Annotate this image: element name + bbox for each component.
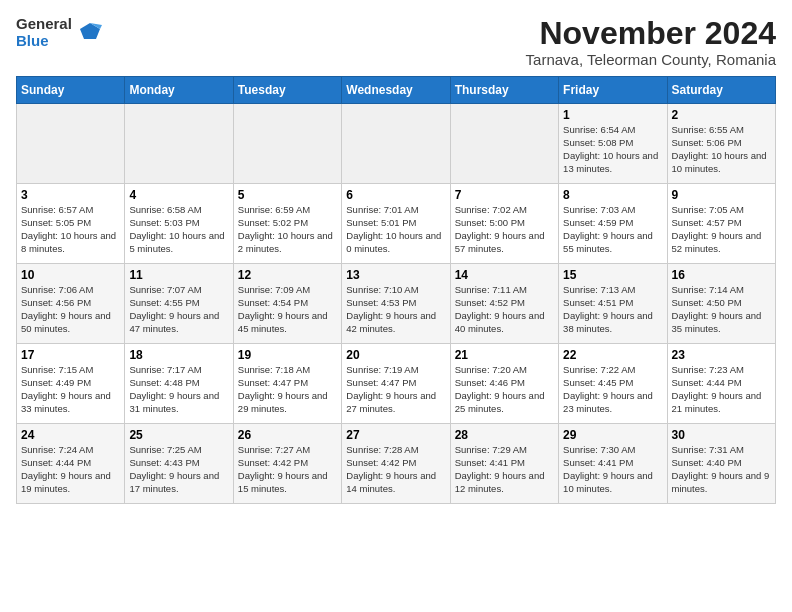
logo-text: General Blue xyxy=(16,16,72,49)
day-cell: 2Sunrise: 6:55 AMSunset: 5:06 PMDaylight… xyxy=(667,104,775,184)
day-info: Sunrise: 6:54 AMSunset: 5:08 PMDaylight:… xyxy=(563,124,662,175)
day-info: Sunrise: 7:03 AMSunset: 4:59 PMDaylight:… xyxy=(563,204,662,255)
logo-general: General xyxy=(16,16,72,33)
day-number: 18 xyxy=(129,348,228,362)
day-number: 3 xyxy=(21,188,120,202)
day-info: Sunrise: 7:13 AMSunset: 4:51 PMDaylight:… xyxy=(563,284,662,335)
day-cell: 26Sunrise: 7:27 AMSunset: 4:42 PMDayligh… xyxy=(233,424,341,504)
day-cell: 4Sunrise: 6:58 AMSunset: 5:03 PMDaylight… xyxy=(125,184,233,264)
week-row-4: 17Sunrise: 7:15 AMSunset: 4:49 PMDayligh… xyxy=(17,344,776,424)
header-row: SundayMondayTuesdayWednesdayThursdayFrid… xyxy=(17,77,776,104)
day-info: Sunrise: 7:28 AMSunset: 4:42 PMDaylight:… xyxy=(346,444,445,495)
logo-icon xyxy=(76,19,104,47)
week-row-2: 3Sunrise: 6:57 AMSunset: 5:05 PMDaylight… xyxy=(17,184,776,264)
day-cell: 5Sunrise: 6:59 AMSunset: 5:02 PMDaylight… xyxy=(233,184,341,264)
col-header-wednesday: Wednesday xyxy=(342,77,450,104)
day-info: Sunrise: 7:18 AMSunset: 4:47 PMDaylight:… xyxy=(238,364,337,415)
day-info: Sunrise: 7:23 AMSunset: 4:44 PMDaylight:… xyxy=(672,364,771,415)
day-cell: 13Sunrise: 7:10 AMSunset: 4:53 PMDayligh… xyxy=(342,264,450,344)
day-number: 16 xyxy=(672,268,771,282)
day-info: Sunrise: 7:14 AMSunset: 4:50 PMDaylight:… xyxy=(672,284,771,335)
week-row-3: 10Sunrise: 7:06 AMSunset: 4:56 PMDayligh… xyxy=(17,264,776,344)
week-row-1: 1Sunrise: 6:54 AMSunset: 5:08 PMDaylight… xyxy=(17,104,776,184)
day-number: 14 xyxy=(455,268,554,282)
day-number: 5 xyxy=(238,188,337,202)
day-number: 15 xyxy=(563,268,662,282)
day-info: Sunrise: 7:31 AMSunset: 4:40 PMDaylight:… xyxy=(672,444,771,495)
day-number: 9 xyxy=(672,188,771,202)
day-cell: 6Sunrise: 7:01 AMSunset: 5:01 PMDaylight… xyxy=(342,184,450,264)
day-cell: 8Sunrise: 7:03 AMSunset: 4:59 PMDaylight… xyxy=(559,184,667,264)
day-info: Sunrise: 7:15 AMSunset: 4:49 PMDaylight:… xyxy=(21,364,120,415)
day-number: 26 xyxy=(238,428,337,442)
day-number: 4 xyxy=(129,188,228,202)
day-cell: 28Sunrise: 7:29 AMSunset: 4:41 PMDayligh… xyxy=(450,424,558,504)
day-info: Sunrise: 7:10 AMSunset: 4:53 PMDaylight:… xyxy=(346,284,445,335)
day-number: 20 xyxy=(346,348,445,362)
logo-blue: Blue xyxy=(16,33,72,50)
day-cell: 17Sunrise: 7:15 AMSunset: 4:49 PMDayligh… xyxy=(17,344,125,424)
day-cell: 24Sunrise: 7:24 AMSunset: 4:44 PMDayligh… xyxy=(17,424,125,504)
day-cell: 3Sunrise: 6:57 AMSunset: 5:05 PMDaylight… xyxy=(17,184,125,264)
day-info: Sunrise: 7:24 AMSunset: 4:44 PMDaylight:… xyxy=(21,444,120,495)
day-cell: 1Sunrise: 6:54 AMSunset: 5:08 PMDaylight… xyxy=(559,104,667,184)
day-cell: 15Sunrise: 7:13 AMSunset: 4:51 PMDayligh… xyxy=(559,264,667,344)
day-cell: 21Sunrise: 7:20 AMSunset: 4:46 PMDayligh… xyxy=(450,344,558,424)
week-row-5: 24Sunrise: 7:24 AMSunset: 4:44 PMDayligh… xyxy=(17,424,776,504)
day-number: 23 xyxy=(672,348,771,362)
day-number: 21 xyxy=(455,348,554,362)
day-number: 28 xyxy=(455,428,554,442)
day-info: Sunrise: 7:25 AMSunset: 4:43 PMDaylight:… xyxy=(129,444,228,495)
day-info: Sunrise: 7:17 AMSunset: 4:48 PMDaylight:… xyxy=(129,364,228,415)
day-number: 27 xyxy=(346,428,445,442)
day-info: Sunrise: 6:57 AMSunset: 5:05 PMDaylight:… xyxy=(21,204,120,255)
day-cell xyxy=(125,104,233,184)
logo: General Blue xyxy=(16,16,104,49)
col-header-thursday: Thursday xyxy=(450,77,558,104)
day-number: 8 xyxy=(563,188,662,202)
day-cell: 11Sunrise: 7:07 AMSunset: 4:55 PMDayligh… xyxy=(125,264,233,344)
title-block: November 2024 Tarnava, Teleorman County,… xyxy=(526,16,776,68)
day-cell: 29Sunrise: 7:30 AMSunset: 4:41 PMDayligh… xyxy=(559,424,667,504)
day-number: 24 xyxy=(21,428,120,442)
calendar-table: SundayMondayTuesdayWednesdayThursdayFrid… xyxy=(16,76,776,504)
day-info: Sunrise: 7:27 AMSunset: 4:42 PMDaylight:… xyxy=(238,444,337,495)
day-number: 2 xyxy=(672,108,771,122)
month-title: November 2024 xyxy=(526,16,776,51)
day-number: 25 xyxy=(129,428,228,442)
day-cell: 27Sunrise: 7:28 AMSunset: 4:42 PMDayligh… xyxy=(342,424,450,504)
col-header-saturday: Saturday xyxy=(667,77,775,104)
day-info: Sunrise: 6:55 AMSunset: 5:06 PMDaylight:… xyxy=(672,124,771,175)
day-cell: 22Sunrise: 7:22 AMSunset: 4:45 PMDayligh… xyxy=(559,344,667,424)
day-info: Sunrise: 7:11 AMSunset: 4:52 PMDaylight:… xyxy=(455,284,554,335)
day-info: Sunrise: 6:59 AMSunset: 5:02 PMDaylight:… xyxy=(238,204,337,255)
day-cell: 20Sunrise: 7:19 AMSunset: 4:47 PMDayligh… xyxy=(342,344,450,424)
day-number: 19 xyxy=(238,348,337,362)
col-header-tuesday: Tuesday xyxy=(233,77,341,104)
day-cell: 7Sunrise: 7:02 AMSunset: 5:00 PMDaylight… xyxy=(450,184,558,264)
day-number: 7 xyxy=(455,188,554,202)
day-number: 6 xyxy=(346,188,445,202)
day-cell xyxy=(342,104,450,184)
day-cell: 23Sunrise: 7:23 AMSunset: 4:44 PMDayligh… xyxy=(667,344,775,424)
day-cell: 25Sunrise: 7:25 AMSunset: 4:43 PMDayligh… xyxy=(125,424,233,504)
day-info: Sunrise: 6:58 AMSunset: 5:03 PMDaylight:… xyxy=(129,204,228,255)
day-cell: 16Sunrise: 7:14 AMSunset: 4:50 PMDayligh… xyxy=(667,264,775,344)
day-cell: 12Sunrise: 7:09 AMSunset: 4:54 PMDayligh… xyxy=(233,264,341,344)
day-number: 30 xyxy=(672,428,771,442)
day-info: Sunrise: 7:02 AMSunset: 5:00 PMDaylight:… xyxy=(455,204,554,255)
day-info: Sunrise: 7:30 AMSunset: 4:41 PMDaylight:… xyxy=(563,444,662,495)
day-number: 29 xyxy=(563,428,662,442)
day-info: Sunrise: 7:22 AMSunset: 4:45 PMDaylight:… xyxy=(563,364,662,415)
day-cell: 10Sunrise: 7:06 AMSunset: 4:56 PMDayligh… xyxy=(17,264,125,344)
day-cell xyxy=(233,104,341,184)
day-cell: 19Sunrise: 7:18 AMSunset: 4:47 PMDayligh… xyxy=(233,344,341,424)
day-info: Sunrise: 7:05 AMSunset: 4:57 PMDaylight:… xyxy=(672,204,771,255)
day-number: 1 xyxy=(563,108,662,122)
day-number: 12 xyxy=(238,268,337,282)
day-info: Sunrise: 7:20 AMSunset: 4:46 PMDaylight:… xyxy=(455,364,554,415)
day-cell xyxy=(450,104,558,184)
col-header-sunday: Sunday xyxy=(17,77,125,104)
day-info: Sunrise: 7:07 AMSunset: 4:55 PMDaylight:… xyxy=(129,284,228,335)
day-info: Sunrise: 7:19 AMSunset: 4:47 PMDaylight:… xyxy=(346,364,445,415)
